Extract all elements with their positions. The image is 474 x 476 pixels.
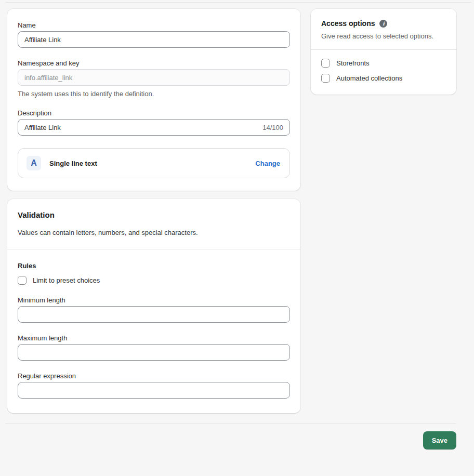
storefronts-label: Storefronts xyxy=(336,59,370,67)
name-input[interactable] xyxy=(18,31,290,48)
namespace-input xyxy=(18,69,290,86)
validation-body: Rules Limit to preset choices Minimum le… xyxy=(7,249,300,413)
description-field-group: Description 14/100 xyxy=(18,109,290,136)
min-length-group: Minimum length xyxy=(18,296,290,323)
access-options-title-row: Access options i xyxy=(321,19,446,28)
storefronts-row[interactable]: Storefronts xyxy=(321,59,446,68)
access-options-subtitle: Give read access to selected options. xyxy=(321,32,446,40)
automated-collections-checkbox[interactable] xyxy=(321,74,330,83)
validation-card: Validation Values can contain letters, n… xyxy=(7,199,300,413)
side-column: Access options i Give read access to sel… xyxy=(311,9,456,95)
definition-details-card: Name Namespace and key The system uses t… xyxy=(7,9,300,191)
rules-label: Rules xyxy=(18,262,290,270)
main-column: Name Namespace and key The system uses t… xyxy=(7,9,300,413)
limit-preset-choices-row[interactable]: Limit to preset choices xyxy=(18,276,290,285)
storefronts-checkbox[interactable] xyxy=(321,59,330,68)
name-field-group: Name xyxy=(18,21,290,48)
validation-title: Validation xyxy=(18,210,290,219)
validation-header: Validation Values can contain letters, n… xyxy=(7,199,300,249)
access-options-header: Access options i Give read access to sel… xyxy=(311,9,456,49)
single-line-text-icon: A xyxy=(27,156,41,170)
regex-group: Regular expression xyxy=(18,372,290,399)
info-icon[interactable]: i xyxy=(379,20,387,28)
namespace-help-text: The system uses this to identify the def… xyxy=(18,90,290,98)
character-counter: 14/100 xyxy=(262,124,283,131)
namespace-label: Namespace and key xyxy=(18,59,290,67)
footer: Save xyxy=(0,424,474,449)
min-length-label: Minimum length xyxy=(18,296,290,304)
change-type-link[interactable]: Change xyxy=(255,160,280,167)
limit-preset-choices-checkbox[interactable] xyxy=(18,276,27,285)
save-button[interactable]: Save xyxy=(423,431,456,449)
description-input[interactable] xyxy=(24,124,257,131)
namespace-field-group: Namespace and key The system uses this t… xyxy=(18,59,290,98)
min-length-input[interactable] xyxy=(18,306,290,323)
description-label: Description xyxy=(18,109,290,117)
max-length-input[interactable] xyxy=(18,344,290,361)
automated-collections-row[interactable]: Automated collections xyxy=(321,74,446,83)
access-options-card: Access options i Give read access to sel… xyxy=(311,9,456,95)
content-type-row: A Single line text Change xyxy=(18,148,290,178)
limit-preset-choices-label: Limit to preset choices xyxy=(33,276,100,284)
regex-input[interactable] xyxy=(18,382,290,399)
max-length-label: Maximum length xyxy=(18,334,290,342)
page-layout: Name Namespace and key The system uses t… xyxy=(0,3,474,413)
description-input-box: 14/100 xyxy=(18,119,290,136)
regex-label: Regular expression xyxy=(18,372,290,380)
max-length-group: Maximum length xyxy=(18,334,290,361)
automated-collections-label: Automated collections xyxy=(336,74,402,82)
access-options-body: Storefronts Automated collections xyxy=(311,50,456,95)
content-type-label: Single line text xyxy=(49,160,97,167)
access-options-title: Access options xyxy=(321,19,375,28)
name-label: Name xyxy=(18,21,290,29)
validation-subtitle: Values can contain letters, numbers, and… xyxy=(18,229,290,236)
